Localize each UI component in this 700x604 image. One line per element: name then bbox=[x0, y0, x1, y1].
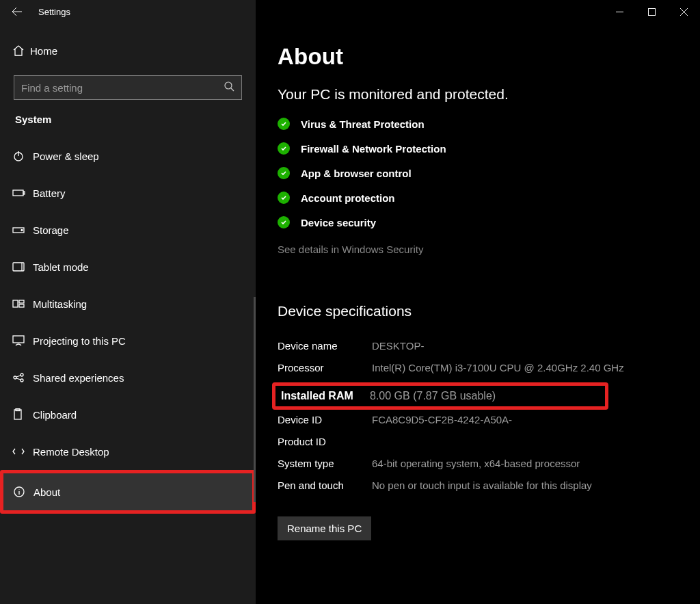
check-icon bbox=[278, 216, 290, 228]
security-item: Firewall & Network Protection bbox=[278, 142, 679, 155]
titlebar: Settings bbox=[0, 0, 700, 23]
highlight-about: About bbox=[0, 470, 256, 514]
check-icon bbox=[278, 142, 290, 155]
home-icon bbox=[12, 44, 30, 57]
minimize-button[interactable] bbox=[604, 0, 636, 23]
projecting-icon bbox=[12, 335, 33, 346]
about-icon bbox=[13, 486, 33, 498]
search-input[interactable] bbox=[21, 82, 224, 94]
nav-multitasking[interactable]: Multitasking bbox=[3, 285, 253, 322]
maximize-icon bbox=[648, 8, 656, 16]
svg-line-5 bbox=[231, 88, 234, 91]
arrow-left-icon bbox=[12, 6, 23, 17]
security-item: Virus & Threat Protection bbox=[278, 118, 679, 130]
nav-about[interactable]: About bbox=[3, 473, 252, 510]
nav-label: About bbox=[33, 486, 60, 498]
main-panel: About Your PC is monitored and protected… bbox=[256, 23, 700, 604]
svg-line-21 bbox=[16, 376, 21, 377]
spec-label: Pen and touch bbox=[278, 478, 372, 493]
sidebar: Home System Power & sleep Battery Storag… bbox=[0, 23, 256, 604]
security-item: Account protection bbox=[278, 192, 679, 204]
security-item-label: Device security bbox=[301, 217, 376, 228]
svg-point-20 bbox=[21, 379, 23, 382]
minimize-icon bbox=[616, 8, 623, 16]
nav-remote-desktop[interactable]: Remote Desktop bbox=[3, 433, 253, 470]
spec-pen-touch: Pen and touch No pen or touch input is a… bbox=[278, 478, 679, 493]
nav-label: Power & sleep bbox=[33, 150, 99, 162]
spec-device-id: Device ID FCA8C9D5-CF2B-4242-A50A- bbox=[278, 412, 679, 428]
close-button[interactable] bbox=[668, 0, 700, 23]
nav-label: Clipboard bbox=[33, 409, 77, 421]
nav-battery[interactable]: Battery bbox=[3, 174, 253, 211]
spec-value: No pen or touch input is available for t… bbox=[372, 478, 679, 493]
nav-storage[interactable]: Storage bbox=[3, 211, 253, 248]
storage-icon bbox=[12, 225, 33, 235]
rename-pc-button[interactable]: Rename this PC bbox=[278, 516, 371, 540]
clipboard-icon bbox=[12, 408, 33, 421]
svg-line-22 bbox=[16, 378, 21, 380]
security-item: Device security bbox=[278, 216, 679, 228]
security-item: App & browser control bbox=[278, 167, 679, 179]
nav-shared-experiences[interactable]: Shared experiences bbox=[3, 359, 253, 396]
nav-projecting[interactable]: Projecting to this PC bbox=[3, 322, 253, 359]
svg-point-11 bbox=[21, 230, 23, 231]
security-heading: Your PC is monitored and protected. bbox=[278, 86, 679, 103]
spec-product-id: Product ID bbox=[278, 434, 679, 449]
spec-value: Intel(R) Core(TM) i3-7100U CPU @ 2.40GHz… bbox=[372, 360, 666, 376]
svg-rect-16 bbox=[19, 304, 24, 307]
power-icon bbox=[12, 150, 33, 162]
scrollbar[interactable] bbox=[254, 297, 256, 502]
svg-rect-15 bbox=[19, 300, 24, 303]
svg-rect-1 bbox=[649, 8, 656, 15]
security-item-label: Virus & Threat Protection bbox=[301, 118, 425, 130]
check-icon bbox=[278, 167, 290, 179]
maximize-button[interactable] bbox=[636, 0, 668, 23]
nav-clipboard[interactable]: Clipboard bbox=[3, 396, 253, 433]
spec-label: Device name bbox=[278, 339, 372, 354]
svg-rect-17 bbox=[13, 336, 24, 343]
nav-label: Shared experiences bbox=[33, 372, 124, 384]
nav-power-sleep[interactable]: Power & sleep bbox=[3, 137, 253, 174]
svg-rect-8 bbox=[13, 190, 23, 196]
spec-value: 64-bit operating system, x64-based proce… bbox=[372, 456, 679, 471]
security-item-label: Account protection bbox=[301, 192, 395, 204]
spec-heading: Device specifications bbox=[278, 303, 679, 319]
nav-label: Tablet mode bbox=[33, 261, 89, 273]
spec-label: Installed RAM bbox=[275, 390, 370, 402]
titlebar-left: Settings bbox=[0, 0, 256, 23]
nav-label: Projecting to this PC bbox=[33, 335, 126, 347]
nav-label: Storage bbox=[33, 224, 69, 236]
search-box[interactable] bbox=[14, 75, 242, 100]
window-controls bbox=[256, 0, 700, 23]
spec-device-name: Device name DESKTOP- bbox=[278, 339, 679, 354]
svg-rect-14 bbox=[13, 300, 18, 307]
spec-processor: Processor Intel(R) Core(TM) i3-7100U CPU… bbox=[278, 360, 679, 376]
multitasking-icon bbox=[12, 299, 33, 308]
spec-value: FCA8C9D5-CF2B-4242-A50A- bbox=[372, 412, 679, 428]
close-icon bbox=[680, 8, 688, 16]
security-item-label: App & browser control bbox=[301, 168, 412, 179]
security-list: Virus & Threat Protection Firewall & Net… bbox=[278, 118, 679, 228]
spec-value: DESKTOP- bbox=[372, 339, 679, 354]
content-area: Home System Power & sleep Battery Storag… bbox=[0, 23, 700, 604]
tablet-icon bbox=[12, 262, 33, 272]
svg-rect-9 bbox=[23, 192, 25, 194]
nav-tablet-mode[interactable]: Tablet mode bbox=[3, 248, 253, 285]
svg-point-19 bbox=[21, 373, 23, 376]
svg-point-4 bbox=[225, 82, 232, 89]
spec-label: Product ID bbox=[278, 434, 372, 449]
search-container bbox=[14, 75, 242, 100]
check-icon bbox=[278, 118, 290, 130]
battery-icon bbox=[12, 188, 33, 198]
spec-value bbox=[372, 434, 679, 449]
svg-point-18 bbox=[14, 376, 16, 379]
security-item-label: Firewall & Network Protection bbox=[301, 143, 446, 155]
see-details-link[interactable]: See details in Windows Security bbox=[278, 244, 679, 255]
spec-system-type: System type 64-bit operating system, x64… bbox=[278, 456, 679, 471]
shared-icon bbox=[12, 372, 33, 383]
back-button[interactable] bbox=[0, 0, 34, 23]
highlight-ram: Installed RAM 8.00 GB (7.87 GB usable) bbox=[272, 382, 608, 410]
spec-label: Processor bbox=[278, 360, 372, 376]
search-icon bbox=[224, 81, 234, 94]
home-nav[interactable]: Home bbox=[3, 36, 253, 66]
